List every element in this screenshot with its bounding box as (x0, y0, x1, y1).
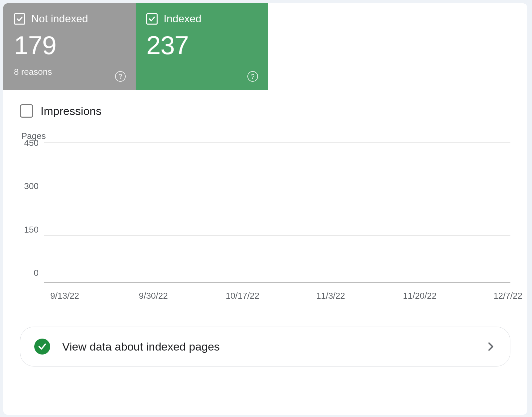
bars-container (62, 143, 507, 282)
chart: Pages 4503001500 9/13/229/30/2210/17/221… (3, 118, 527, 303)
plot-area (44, 143, 510, 283)
y-axis-title: Pages (20, 131, 510, 141)
tile-footer: 8 reasons (14, 67, 125, 77)
gridline (44, 189, 510, 189)
y-tick-label: 150 (24, 225, 39, 235)
tile-head: Indexed (146, 13, 257, 25)
x-axis-ticks: 9/13/229/30/2210/17/2211/3/2211/20/2212/… (44, 291, 510, 303)
impressions-toggle-row[interactable]: Impressions (3, 90, 527, 118)
checkbox-checked-icon (14, 13, 25, 25)
x-tick-label: 11/20/22 (403, 291, 437, 301)
gridline (44, 235, 510, 236)
impressions-label: Impressions (41, 105, 101, 118)
tile-head: Not indexed (14, 13, 125, 25)
y-axis-ticks: 4503001500 (20, 138, 44, 278)
chevron-right-icon (485, 341, 496, 352)
y-tick-label: 300 (24, 181, 39, 191)
tile-indexed[interactable]: Indexed 237 ? (136, 3, 268, 90)
help-icon[interactable]: ? (247, 71, 258, 82)
x-tick-label: 10/17/22 (226, 291, 259, 301)
view-indexed-data-button[interactable]: View data about indexed pages (20, 327, 510, 366)
chart-body: 4503001500 (20, 143, 510, 283)
tile-value: 237 (146, 32, 257, 58)
x-tick-label: 9/30/22 (139, 291, 168, 301)
tile-value: 179 (14, 32, 125, 58)
check-circle-icon (34, 339, 50, 355)
x-tick-label: 11/3/22 (316, 291, 345, 301)
footer-label: View data about indexed pages (62, 340, 485, 353)
help-icon[interactable]: ? (115, 71, 126, 82)
x-tick-label: 9/13/22 (50, 291, 79, 301)
y-tick-label: 450 (24, 138, 39, 148)
checkbox-checked-icon (146, 13, 158, 25)
tile-label: Indexed (164, 13, 201, 25)
tile-label: Not indexed (31, 13, 88, 25)
index-coverage-card: Not indexed 179 8 reasons ? Indexed 237 … (3, 3, 527, 415)
y-tick-label: 0 (34, 268, 39, 278)
gridline (44, 142, 510, 143)
checkbox-unchecked-icon[interactable] (20, 104, 33, 118)
summary-tiles: Not indexed 179 8 reasons ? Indexed 237 … (3, 3, 527, 90)
x-tick-label: 12/7/22 (493, 291, 522, 301)
tile-not-indexed[interactable]: Not indexed 179 8 reasons ? (3, 3, 136, 90)
